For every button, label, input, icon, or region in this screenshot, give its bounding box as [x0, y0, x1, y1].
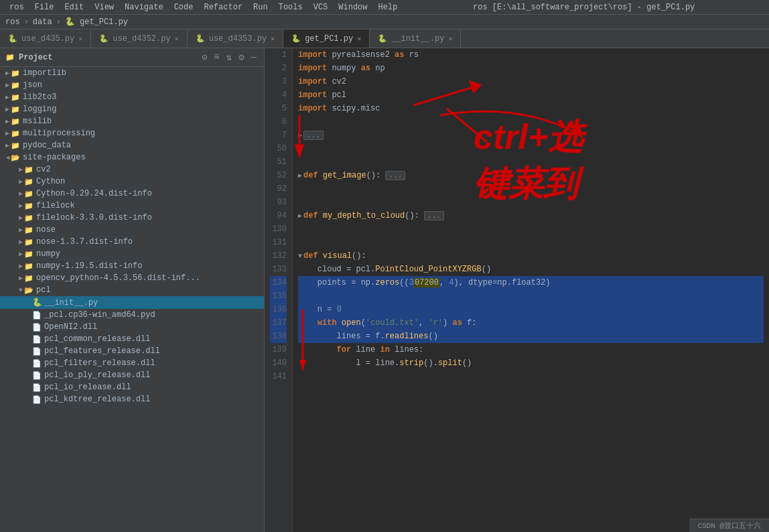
menu-edit[interactable]: Edit [60, 1, 88, 13]
tree-label-numpy-dist: numpy-1.19.5.dist-info [36, 261, 142, 271]
code-content[interactable]: import pyrealsense2 as rs import numpy a… [293, 48, 769, 532]
tree-item-nose[interactable]: ▶ 📁 nose [0, 224, 264, 236]
menu-navigate[interactable]: Navigate [121, 1, 167, 13]
sidebar-title: Project [19, 53, 52, 62]
sidebar-locate-btn[interactable]: ⊙ [200, 51, 209, 64]
tab-use-d4353[interactable]: 🐍 use_d4353.py ✕ [188, 29, 283, 48]
menu-run[interactable]: Run [249, 1, 272, 13]
sidebar-collapse-btn[interactable]: ≡ [212, 51, 221, 64]
tree-item-site-packages[interactable]: ▼ 📂 site-packages [0, 151, 264, 163]
ln-135: 135 [270, 289, 287, 303]
editor[interactable]: 1 2 3 4 5 6 7 50 51 52 92 93 94 130 131 … [265, 48, 769, 532]
menu-tools[interactable]: Tools [275, 1, 307, 13]
tab-close-use-d435[interactable]: ✕ [78, 35, 82, 43]
tab-close-init[interactable]: ✕ [448, 35, 452, 43]
tree-item-cv2[interactable]: ▶ 📁 cv2 [0, 163, 264, 176]
folder-icon-json: 📁 [11, 81, 20, 90]
tab-get-pc1[interactable]: 🐍 get_PC1.py ✕ [283, 29, 370, 48]
tree-item-openni2[interactable]: 📄 OpenNI2.dll [0, 321, 264, 333]
tree-label-json: json [23, 80, 42, 90]
menu-ros[interactable]: ros [5, 1, 28, 13]
tree-item-logging[interactable]: ▶ 📁 logging [0, 103, 264, 115]
tree-item-cython-dist[interactable]: ▶ 📁 Cython-0.29.24.dist-info [0, 188, 264, 200]
tree-item-multiprocessing[interactable]: ▶ 📁 multiprocessing [0, 127, 264, 139]
arrow-filelock-dist: ▶ [19, 214, 23, 222]
fold-marker-52[interactable]: ▶ [298, 172, 302, 180]
tree-item-nose-dist[interactable]: ▶ 📁 nose-1.3.7.dist-info [0, 236, 264, 248]
tab-label-use-d4352: use_d4352.py [113, 34, 170, 44]
tab-init[interactable]: 🐍 __init__.py ✕ [370, 29, 461, 48]
menu-file[interactable]: File [31, 1, 58, 13]
fold-marker-94[interactable]: ▶ [298, 212, 302, 220]
fold-marker-132[interactable]: ▼ [298, 253, 302, 260]
tree-item-pcl-io-ply[interactable]: 📄 pcl_io_ply_release.dll [0, 369, 264, 381]
menu-vcs[interactable]: VCS [309, 1, 332, 13]
folder-icon-multiprocessing: 📁 [11, 129, 20, 138]
tree-item-init-py[interactable]: 🐍 __init__.py [0, 296, 264, 309]
folder-icon-importlib: 📁 [11, 69, 20, 78]
tree-item-importlib[interactable]: ▶ 📁 importlib [0, 67, 264, 79]
menu-view[interactable]: View [90, 1, 118, 13]
tab-use-d435[interactable]: 🐍 use_d435.py ✕ [0, 29, 91, 48]
tree-item-pydoc-data[interactable]: ▶ 📁 pydoc_data [0, 139, 264, 151]
tree-item-opencv-dist[interactable]: ▶ 📁 opencv_python-4.5.3.56.dist-inf... [0, 272, 264, 284]
breadcrumb-file[interactable]: 🐍 get_PC1.py [65, 17, 128, 27]
main-layout: 📁 Project ⊙ ≡ ⇅ ⚙ — ▶ 📁 importlib ▶ 📁 js… [0, 48, 769, 532]
fold-marker-7[interactable]: ▶ [298, 132, 302, 139]
tree-item-numpy-dist[interactable]: ▶ 📁 numpy-1.19.5.dist-info [0, 260, 264, 272]
breadcrumb-bar: ros › data › 🐍 get_PC1.py [0, 15, 769, 29]
ln-131: 131 [270, 236, 287, 249]
tree-item-pcl-common[interactable]: 📄 pcl_common_release.dll [0, 333, 264, 345]
folder-icon-site-packages: 📂 [11, 153, 20, 162]
folder-icon-numpy: 📁 [24, 250, 33, 259]
tree-item-pcl[interactable]: ▼ 📂 pcl [0, 284, 264, 296]
tab-label-use-d4353: use_d4353.py [209, 34, 267, 44]
tree-item-numpy[interactable]: ▶ 📁 numpy [0, 248, 264, 260]
folder-icon-filelock-dist: 📁 [24, 214, 33, 222]
menu-window[interactable]: Window [334, 1, 371, 13]
folder-icon-opencv-dist: 📁 [24, 274, 33, 283]
sidebar-expand-btn[interactable]: ⇅ [224, 51, 234, 64]
tab-icon-get-pc1: 🐍 [291, 34, 301, 43]
tree-item-filelock[interactable]: ▶ 📁 filelock [0, 200, 264, 212]
tree-item-msilib[interactable]: ▶ 📁 msilib [0, 115, 264, 127]
tree-item-pcl-filters[interactable]: 📄 pcl_filters_release.dll [0, 357, 264, 369]
tree-label-pydoc-data: pydoc_data [23, 141, 71, 150]
tree-label-importlib: importlib [23, 68, 66, 78]
tab-close-use-d4353[interactable]: ✕ [271, 35, 275, 43]
menu-help[interactable]: Help [374, 1, 402, 13]
tree-item-pcl-pyd[interactable]: 📄 _pcl.cp36-win_amd64.pyd [0, 309, 264, 321]
code-line-141 [298, 370, 764, 383]
tree-item-json[interactable]: ▶ 📁 json [0, 79, 264, 91]
tree-item-pcl-io[interactable]: 📄 pcl_io_release.dll [0, 381, 264, 393]
code-line-140: l = line.strip().split() [298, 356, 764, 370]
tree-item-cython[interactable]: ▶ 📁 Cython [0, 176, 264, 188]
tree-item-lib2to3[interactable]: ▶ 📁 lib2to3 [0, 91, 264, 103]
tree-label-pcl-filters: pcl_filters_release.dll [44, 358, 155, 368]
tree-item-pcl-features[interactable]: 📄 pcl_features_release.dll [0, 345, 264, 357]
breadcrumb-data[interactable]: data [33, 17, 52, 27]
tab-use-d4352[interactable]: 🐍 use_d4352.py ✕ [91, 29, 187, 48]
ln-94: 94 [270, 209, 287, 222]
tree-item-filelock-dist[interactable]: ▶ 📁 filelock-3.3.0.dist-info [0, 212, 264, 224]
arrow-lib2to3: ▶ [5, 93, 9, 101]
arrow-pcl: ▼ [19, 287, 23, 294]
tab-close-use-d4352[interactable]: ✕ [175, 35, 179, 43]
code-line-132: ▼def visual(): [298, 249, 764, 263]
tab-close-get-pc1[interactable]: ✕ [357, 35, 361, 43]
code-line-130 [298, 222, 764, 236]
code-line-138: lines = f.readlines() [298, 330, 764, 343]
breadcrumb-root[interactable]: ros [5, 17, 20, 27]
sidebar[interactable]: 📁 Project ⊙ ≡ ⇅ ⚙ — ▶ 📁 importlib ▶ 📁 js… [0, 48, 265, 532]
tree-item-pcl-kdtree[interactable]: 📄 pcl_kdtree_release.dll [0, 393, 264, 405]
code-line-136: n = 0 [298, 303, 764, 316]
folder-icon-msilib: 📁 [11, 117, 20, 126]
menu-refactor[interactable]: Refactor [200, 1, 247, 13]
arrow-opencv-dist: ▶ [19, 274, 23, 282]
sidebar-settings-btn[interactable]: ⚙ [236, 51, 246, 64]
menu-code[interactable]: Code [170, 1, 198, 13]
code-area: 1 2 3 4 5 6 7 50 51 52 92 93 94 130 131 … [265, 48, 769, 532]
sidebar-hide-btn[interactable]: — [249, 51, 259, 64]
arrow-msilib: ▶ [5, 117, 9, 125]
ln-136: 136 [270, 303, 287, 316]
